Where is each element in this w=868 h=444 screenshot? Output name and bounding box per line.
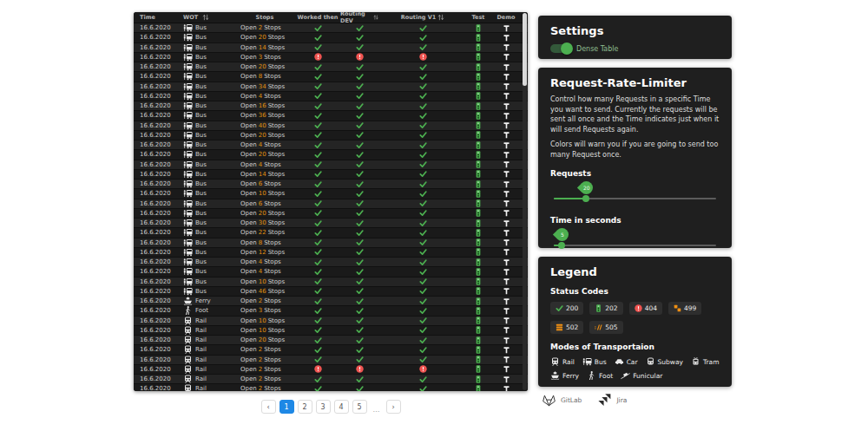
hammer-icon[interactable] xyxy=(503,287,510,295)
hammer-icon[interactable] xyxy=(503,92,510,100)
traffic-light-icon[interactable] xyxy=(476,24,481,32)
hammer-icon[interactable] xyxy=(503,248,510,256)
traffic-light-icon[interactable] xyxy=(476,199,481,207)
traffic-light-icon[interactable] xyxy=(476,307,481,315)
toggle-knob[interactable] xyxy=(561,42,573,55)
hammer-icon[interactable] xyxy=(503,346,510,354)
page-button-4[interactable]: 4 xyxy=(334,400,349,414)
traffic-light-icon[interactable] xyxy=(476,385,481,391)
hammer-icon[interactable] xyxy=(503,209,510,217)
hammer-icon[interactable] xyxy=(503,170,510,178)
jira-link[interactable]: Jira xyxy=(597,393,627,407)
traffic-light-icon[interactable] xyxy=(476,34,481,42)
traffic-light-icon[interactable] xyxy=(476,297,481,305)
traffic-light-icon[interactable] xyxy=(476,82,481,90)
traffic-light-icon[interactable] xyxy=(476,356,481,363)
traffic-light-icon[interactable] xyxy=(476,112,481,120)
traffic-light-icon[interactable] xyxy=(476,229,481,237)
hammer-icon[interactable] xyxy=(503,258,510,266)
hammer-icon[interactable] xyxy=(503,356,510,363)
page-button-1[interactable]: 1 xyxy=(279,400,294,414)
traffic-light-icon[interactable] xyxy=(476,170,481,178)
hammer-icon[interactable] xyxy=(503,375,510,383)
hammer-icon[interactable] xyxy=(503,160,510,168)
traffic-light-icon[interactable] xyxy=(476,53,481,61)
slider-track[interactable] xyxy=(554,245,716,246)
gitlab-link[interactable]: GitLab xyxy=(542,393,582,407)
table-scrollbar[interactable] xyxy=(523,13,527,390)
hammer-icon[interactable] xyxy=(503,24,510,32)
traffic-light-icon[interactable] xyxy=(476,219,481,227)
hammer-icon[interactable] xyxy=(503,336,510,344)
traffic-light-icon[interactable] xyxy=(476,209,481,217)
next-page-button[interactable]: › xyxy=(386,400,401,414)
slider-thumb[interactable] xyxy=(582,195,589,202)
traffic-light-icon[interactable] xyxy=(476,287,481,295)
traffic-light-icon[interactable] xyxy=(476,248,481,256)
hammer-icon[interactable] xyxy=(503,317,510,324)
traffic-light-icon[interactable] xyxy=(476,317,481,324)
hammer-icon[interactable] xyxy=(503,199,510,207)
traffic-light-icon[interactable] xyxy=(476,141,481,149)
traffic-light-icon[interactable] xyxy=(476,278,481,285)
traffic-light-icon[interactable] xyxy=(476,326,481,334)
time-slider[interactable]: 5 xyxy=(554,225,716,254)
column-header-routing-dev[interactable]: Routing DEV xyxy=(340,12,378,23)
slider-thumb[interactable] xyxy=(558,242,565,249)
traffic-light-icon[interactable] xyxy=(476,365,481,373)
hammer-icon[interactable] xyxy=(503,190,510,198)
hammer-icon[interactable] xyxy=(503,82,510,90)
page-button-5[interactable]: 5 xyxy=(352,400,367,414)
hammer-icon[interactable] xyxy=(503,180,510,188)
traffic-light-icon[interactable] xyxy=(476,180,481,188)
hammer-icon[interactable] xyxy=(503,268,510,276)
traffic-light-icon[interactable] xyxy=(476,43,481,51)
hammer-icon[interactable] xyxy=(503,73,510,81)
traffic-light-icon[interactable] xyxy=(476,268,481,276)
page-button-3[interactable]: 3 xyxy=(316,400,331,414)
hammer-icon[interactable] xyxy=(503,278,510,285)
traffic-light-icon[interactable] xyxy=(476,102,481,110)
column-header-wot[interactable]: WOT xyxy=(179,12,234,23)
hammer-icon[interactable] xyxy=(503,238,510,246)
traffic-light-icon[interactable] xyxy=(476,151,481,159)
sort-icon[interactable] xyxy=(437,14,444,21)
hammer-icon[interactable] xyxy=(503,365,510,373)
traffic-light-icon[interactable] xyxy=(476,121,481,129)
traffic-light-icon[interactable] xyxy=(476,160,481,168)
hammer-icon[interactable] xyxy=(503,53,510,61)
hammer-icon[interactable] xyxy=(503,112,510,120)
hammer-icon[interactable] xyxy=(503,121,510,129)
page-button-2[interactable]: 2 xyxy=(298,400,312,414)
hammer-icon[interactable] xyxy=(503,34,510,42)
hammer-icon[interactable] xyxy=(503,131,510,139)
traffic-light-icon[interactable] xyxy=(476,336,481,344)
hammer-icon[interactable] xyxy=(503,326,510,334)
hammer-icon[interactable] xyxy=(503,63,510,71)
traffic-light-icon[interactable] xyxy=(476,92,481,100)
requests-slider[interactable]: 20 xyxy=(554,178,716,207)
slider-track[interactable] xyxy=(554,198,716,199)
sort-icon[interactable] xyxy=(202,14,209,21)
traffic-light-icon[interactable] xyxy=(476,258,481,266)
traffic-light-icon[interactable] xyxy=(476,375,481,383)
prev-page-button[interactable]: ‹ xyxy=(261,400,276,414)
traffic-light-icon[interactable] xyxy=(476,190,481,198)
dense-table-toggle[interactable] xyxy=(550,44,571,53)
column-header-routing-v1[interactable]: Routing V1 xyxy=(378,12,467,23)
hammer-icon[interactable] xyxy=(503,43,510,51)
hammer-icon[interactable] xyxy=(503,297,510,305)
hammer-icon[interactable] xyxy=(503,229,510,237)
traffic-light-icon[interactable] xyxy=(476,131,481,139)
traffic-light-icon[interactable] xyxy=(476,238,481,246)
hammer-icon[interactable] xyxy=(503,151,510,159)
hammer-icon[interactable] xyxy=(503,219,510,227)
scrollbar-thumb[interactable] xyxy=(523,13,527,86)
traffic-light-icon[interactable] xyxy=(476,63,481,71)
hammer-icon[interactable] xyxy=(503,141,510,149)
hammer-icon[interactable] xyxy=(503,385,510,391)
traffic-light-icon[interactable] xyxy=(476,346,481,354)
hammer-icon[interactable] xyxy=(503,307,510,315)
traffic-light-icon[interactable] xyxy=(476,73,481,81)
hammer-icon[interactable] xyxy=(503,102,510,110)
